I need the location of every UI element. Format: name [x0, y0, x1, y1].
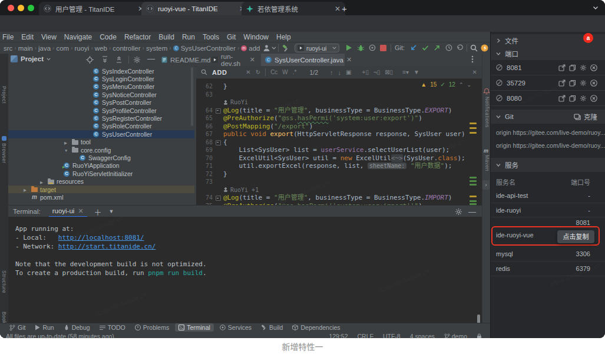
open-in-browser-icon[interactable]	[558, 64, 566, 71]
tool-button-debug[interactable]: Debug	[60, 323, 94, 332]
open-in-browser-icon[interactable]	[558, 80, 566, 87]
menu-item-build[interactable]: Build	[158, 33, 174, 42]
service-row-mysql[interactable]: mysql3306	[491, 247, 605, 262]
regex-toggle[interactable]: .*	[293, 69, 297, 75]
expand-panel-arrow[interactable]: ›	[482, 180, 490, 190]
author-annotation[interactable]: RuoYi +1	[223, 186, 259, 194]
editor-tab-close-icon[interactable]: ✕	[250, 56, 255, 64]
hide-panel-icon[interactable]: —	[147, 54, 155, 63]
debug-button[interactable]	[357, 44, 365, 52]
section-git[interactable]: Git 克隆	[491, 110, 605, 124]
git-update-button[interactable]	[410, 44, 417, 51]
profile-chevron-icon[interactable]	[272, 47, 276, 50]
filter-results-icon[interactable]: ¬▯	[373, 69, 380, 75]
tree-item-sysprofilecontroller[interactable]: CSysProfileController	[8, 107, 194, 114]
run-configuration-select[interactable]: ruoyi-ui	[295, 44, 339, 52]
gear-icon[interactable]	[580, 80, 587, 87]
editor-options-dots-icon[interactable]	[471, 55, 474, 63]
service-row-redis[interactable]: redis6379	[491, 262, 605, 276]
tree-item-sysmenucontroller[interactable]: CSysMenuController	[8, 83, 194, 91]
tree-item-tool[interactable]: ▶tool	[8, 138, 194, 146]
menu-item-refactor[interactable]: Refactor	[124, 33, 151, 42]
copy-icon[interactable]	[569, 95, 576, 102]
tree-item-resources[interactable]: ▶resources	[8, 178, 194, 186]
words-toggle[interactable]: W	[282, 69, 287, 75]
search-close-icon[interactable]: ✕	[246, 69, 250, 75]
menu-item-edit[interactable]: Edit	[21, 33, 34, 42]
stripe-browser-button[interactable]: Browser	[1, 143, 7, 164]
menu-item-file[interactable]: File	[2, 33, 14, 42]
terminal-settings-gear-icon[interactable]	[455, 208, 462, 216]
terminal-output[interactable]: App running at:- Local: http://localhost…	[8, 217, 482, 323]
prev-match-icon[interactable]: ↑	[330, 69, 333, 76]
stop-button[interactable]	[380, 45, 386, 51]
search-everywhere-icon[interactable]	[470, 44, 478, 52]
clone-button[interactable]: 克隆	[574, 112, 597, 121]
tree-item-pom-xml[interactable]: mpom.xml	[8, 193, 194, 201]
breadcrumb-item[interactable]: main	[18, 45, 33, 52]
build-hammer-icon[interactable]	[282, 44, 290, 52]
stripe-maven-button[interactable]: Maven	[484, 155, 490, 171]
fold-marker-icon[interactable]	[216, 196, 221, 201]
terminal-tab-close-icon[interactable]: ✕	[78, 207, 83, 215]
tree-item-sysregistercontroller[interactable]: CSysRegisterController	[8, 114, 194, 122]
stripe-structure-button[interactable]: Structure	[1, 270, 7, 293]
breadcrumb-item[interactable]: controller	[113, 45, 140, 52]
tree-item-core-config[interactable]: ▼core.config	[8, 146, 194, 154]
minimize-window-button[interactable]	[18, 5, 24, 11]
collapse-all-icon[interactable]	[115, 56, 123, 63]
zoom-window-button[interactable]	[28, 5, 34, 11]
menu-item-help[interactable]: Help	[276, 33, 291, 42]
breadcrumb-item[interactable]: com	[56, 45, 69, 52]
section-ports[interactable]: 端口	[491, 47, 605, 60]
notification-badge[interactable]: a	[583, 33, 593, 43]
fold-marker-icon[interactable]	[216, 108, 221, 114]
tool-button-git[interactable]: Git	[6, 323, 29, 332]
tool-button-services[interactable]: Services	[216, 323, 255, 332]
breadcrumb-item[interactable]: CSysUserController	[173, 45, 236, 52]
tree-item-ruoyiapplication[interactable]: CRuoYiApplication	[8, 162, 194, 170]
breadcrumb-item[interactable]: src	[4, 45, 12, 52]
copy-icon[interactable]	[569, 80, 576, 87]
project-panel-header[interactable]: Project	[11, 55, 51, 62]
browser-tab[interactable]: ruoyi-vue - TitanIDE✕	[141, 2, 250, 15]
editor-tab-close-icon[interactable]: ✕	[346, 56, 352, 64]
menu-item-run[interactable]: Run	[182, 33, 195, 42]
orange-circle-icon[interactable]	[481, 44, 488, 52]
close-circle-icon[interactable]	[590, 80, 597, 87]
notifications-bell-icon[interactable]	[483, 88, 490, 95]
coverage-button[interactable]	[369, 44, 376, 51]
service-row-ide-api-test[interactable]: ide-api-test-	[491, 188, 605, 203]
terminal-dropdown-icon[interactable]: ▼	[109, 209, 114, 214]
tool-button-build[interactable]: Build	[257, 323, 286, 332]
gear-icon[interactable]	[580, 64, 587, 71]
copy-tooltip[interactable]: 点击复制	[557, 230, 594, 243]
menu-item-navigate[interactable]: Navigate	[64, 33, 92, 42]
copy-icon[interactable]	[569, 64, 576, 71]
breadcrumb-item[interactable]: system	[146, 45, 167, 52]
stripe-project-button[interactable]: Project	[1, 86, 7, 104]
tab-search-chevron-icon[interactable]	[593, 5, 599, 10]
status-item-3[interactable]: 4 spaces	[410, 333, 435, 338]
tab-close-icon[interactable]: ✕	[335, 5, 340, 13]
history-clock-icon[interactable]	[445, 44, 452, 51]
git-push-button[interactable]	[434, 44, 441, 51]
breadcrumb-item[interactable]: ruoyi	[75, 45, 90, 52]
new-terminal-button[interactable]: ＋	[94, 206, 102, 217]
terminal-link[interactable]: http://localhost:8081/	[58, 234, 144, 241]
terminal-link[interactable]: http://start.titanide.cn/	[58, 243, 156, 250]
editor-tab[interactable]: run-dev.sh✕	[207, 54, 259, 66]
close-circle-icon[interactable]	[590, 64, 597, 71]
tree-item-swaggerconfig[interactable]: CSwaggerConfig	[8, 154, 194, 161]
service-row-ide-ruoyi[interactable]: ide-ruoyi-	[491, 203, 605, 217]
profile-icon[interactable]	[263, 44, 270, 52]
close-window-button[interactable]	[8, 5, 14, 11]
locate-file-icon[interactable]	[86, 56, 94, 64]
menu-item-tools[interactable]: Tools	[203, 33, 219, 42]
run-button[interactable]	[345, 44, 352, 51]
add-selection-icon[interactable]: +▯	[362, 69, 369, 75]
menu-item-view[interactable]: View	[41, 33, 57, 42]
breadcrumb-item[interactable]: web	[95, 45, 107, 52]
tool-button-todo[interactable]: TODO	[96, 323, 129, 332]
gear-icon[interactable]	[580, 95, 587, 102]
